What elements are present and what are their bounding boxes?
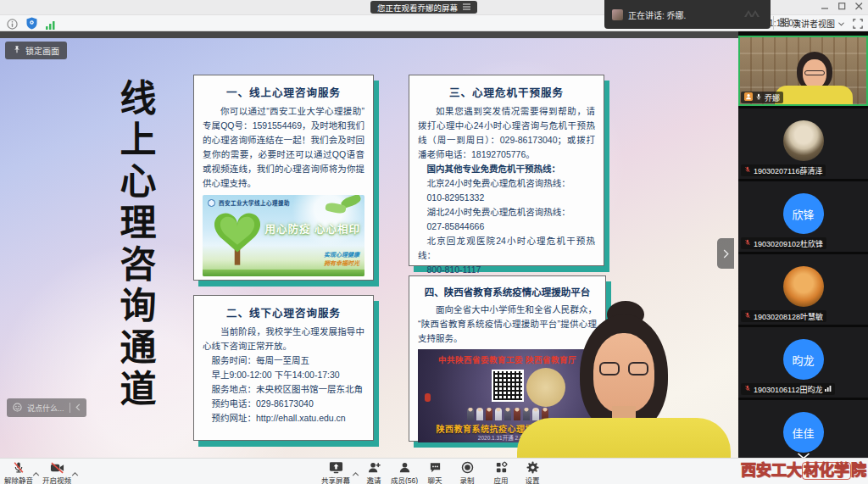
invite-person-icon [368,461,381,474]
security-shield-icon[interactable] [26,17,37,33]
participant-avatar: 昀龙 [783,339,824,380]
lantern-decoration [425,393,431,402]
video-options-chevron[interactable] [71,465,79,480]
network-signal-icon[interactable] [46,18,56,33]
card-line: 预约网址：http://ehall.xatu.edu.cn [203,411,364,426]
button-label: 应用 [493,475,508,484]
speaker-avatar [612,9,623,20]
record-icon [461,461,474,474]
card-line: 预约电话：029-86173040 [203,397,364,411]
participant-avatar: 佳佳 [783,412,824,453]
button-label: 邀请 [366,475,381,484]
participant-name: 19030207116薛清泽 [754,165,822,176]
watching-screen-label: 您正在观看乔娜的屏幕 [377,2,458,14]
settings-button[interactable]: 设置 [514,461,551,484]
card-title: 三、心理危机干预服务 [418,84,595,100]
pin-icon [13,45,21,56]
network-signal-icon [825,385,832,393]
mic-options-chevron[interactable] [32,465,40,480]
sidebar-collapse-handle[interactable] [717,238,734,269]
glasses [598,362,650,377]
apps-icon [495,461,508,474]
divider [70,403,70,413]
view-mode-button[interactable]: 演讲者视图 [773,16,844,30]
meeting-info-icon[interactable] [7,18,18,33]
participant-name: 19030209102杜欣锋 [754,238,823,249]
lock-view-button[interactable]: 锁定画面 [5,42,67,59]
grass-decoration [203,270,364,276]
chevron-left-icon[interactable] [75,403,81,413]
maximize-button[interactable] [837,2,847,11]
participant-name-chip: 19030106112田昀龙 [741,383,835,395]
psych-aid-banner-image: 西安工业大学线上心理援助 用心防疫 心心相印 实现心理健康 拥有幸福时光 [203,195,364,276]
unmute-button[interactable]: 解除静音 [2,461,36,484]
button-label: 共享屏幕 [321,475,350,484]
participant-name-chip: 19030207116薛清泽 [741,164,826,176]
minimize-button[interactable] [821,2,830,11]
card-line: 服务时间：每周一至周五 [203,353,364,368]
college-watermark: 西安工大材化学院 [741,458,866,480]
button-label: 开启视频 [42,475,71,484]
button-label: 设置 [525,475,539,484]
watermark-prefix: 西安工大 [741,462,802,479]
mic-muted-icon [744,311,751,321]
share-screen-icon [329,461,343,474]
quick-chat-placeholder[interactable]: 说点什么... [27,403,64,414]
card-line: 早上9:00-12:00 下午14:00-17:30 [203,368,364,382]
card-highlight-line: 国内其他专业免费危机干预热线： [418,162,595,176]
meeting-window: 您正在观看乔娜的屏幕 正在讲话: 乔娜. 01:15:03 演讲者视图 锁定画面… [0,0,868,484]
members-icon [398,461,411,474]
shared-window-top-edge [0,31,738,38]
close-button[interactable] [854,2,864,11]
banner-tagline-2: 拥有幸福时光 [324,259,359,267]
slide-vertical-title: 线上心理咨询通道 [108,79,161,411]
fullscreen-button[interactable] [853,17,863,32]
view-mode-label: 演讲者视图 [793,17,835,30]
lock-view-label: 锁定画面 [25,44,59,57]
emoji-icon[interactable] [13,403,22,414]
speaking-banner: 正在讲话: 乔娜. [604,0,771,29]
banner-slogan: 用心防疫 心心相印 [265,220,360,236]
record-button[interactable]: 录制 [448,461,486,484]
scroll-more-chevron-icon[interactable] [797,448,810,458]
watermark-suffix: 院 [851,462,866,479]
speaking-label: 正在讲话: 乔娜. [628,8,686,21]
mic-muted-icon [744,165,751,175]
participant-avatar [783,120,824,161]
participant-tile-video[interactable]: 乔娜 [738,36,868,106]
host-badge-icon [744,92,753,103]
participant-tile[interactable]: 昀龙 19030106112田昀龙 [738,327,868,398]
quick-chat-bar[interactable]: 说点什么... [7,398,86,417]
mic-muted-icon [744,238,751,248]
card-line: 服务地点：未央校区图书馆一层东北角 [203,382,364,397]
card-title: 二、线下心理咨询服务 [203,304,364,320]
participant-video-figure [775,52,853,104]
participant-tile[interactable]: 欣锋 19030209102杜欣锋 [738,181,868,252]
participant-name: 19030106112田昀龙 [754,384,822,395]
share-screen-button[interactable]: 共享屏幕 [317,461,354,484]
meeting-toolbar: 解除静音 开启视频 共享屏幕 邀请 成员(56) 聊天 录制 [0,458,868,484]
participant-name-chip: 乔娜 [741,92,783,103]
start-video-button[interactable]: 开启视频 [40,461,74,484]
slide-card-offline-counseling: 二、线下心理咨询服务 当前阶段，我校学生心理发展指导中心线下咨询正常开放。 服务… [193,295,374,441]
card-intro: 如果您遇到突发情况需要得到帮助，请拨打心理中心24小时心理咨询与危机干预热线（周… [418,104,595,162]
card-line: 湖北24小时免费心理危机咨询热线： [418,205,595,220]
card-intro: 当前阶段，我校学生心理发展指导中心线下咨询正常开放。 [203,325,364,353]
participant-tile[interactable]: 佳佳 [738,400,868,458]
participant-tile[interactable]: 19030207116薛清泽 [738,108,868,179]
slide-card-online-counseling: 一、线上心理咨询服务 你可以通过“西安工业大学心理援助”专属QQ号：159155… [193,75,374,281]
gear-icon [526,461,539,474]
heart-tree-illustration [207,204,268,272]
screen-share-area: 锁定画面 线上心理咨询通道 一、线上心理咨询服务 你可以通过“西安工业大学心理援… [0,31,738,484]
card-body: 你可以通过“西安工业大学心理援助”专属QQ号：1591554469，及时地和我们… [203,104,364,191]
card-line: 北京回龙观医院24小时心理危机干预热线： [418,234,595,263]
participant-tile[interactable]: 19030208128叶慧敏 [738,254,868,325]
card-line: 北京24小时免费心理危机咨询热线： [418,176,595,191]
participant-avatar: 欣锋 [783,193,824,234]
participant-name-chip: 19030209102杜欣锋 [741,237,826,249]
participant-name: 19030208128叶慧敏 [754,311,823,322]
button-label: 解除静音 [4,475,33,484]
mic-muted-icon [13,461,25,474]
watching-screen-banner[interactable]: 您正在观看乔娜的屏幕 [370,1,477,14]
mic-on-icon [755,92,762,103]
